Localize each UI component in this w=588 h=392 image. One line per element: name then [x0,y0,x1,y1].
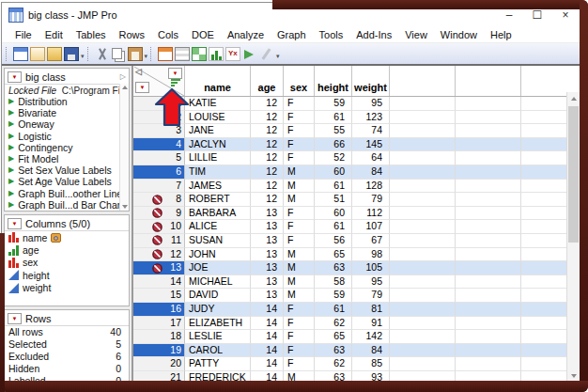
cell-age[interactable]: 12 [251,124,284,138]
col-header-empty[interactable] [390,66,456,96]
cell-sex[interactable]: F [284,97,315,111]
row-number-cell[interactable]: 15 [133,289,185,303]
cell-weight[interactable]: 84 [352,344,390,358]
table-row[interactable]: 6 TIM 12 M 60 84 [133,165,580,180]
menu-item-graph[interactable]: Graph [271,28,313,41]
cell-height[interactable]: 66 [315,138,352,152]
cell-height[interactable]: 51 [315,193,352,207]
cell-empty[interactable] [390,289,456,303]
menu-item-cols[interactable]: Cols [151,28,185,41]
columns-red-triangle-icon[interactable]: ▼ [168,68,182,79]
cell-height[interactable]: 61 [315,220,352,234]
cell-name[interactable]: MICHAEL [185,275,251,290]
cell-name[interactable]: JANE [185,124,251,138]
col-header-sex[interactable]: sex [284,66,315,96]
script-item[interactable]: ▶ Graph Buil...d Bar Charts [5,199,129,211]
cell-weight[interactable]: 64 [352,151,390,165]
cell-name[interactable]: ELIZABETH [185,317,251,331]
row-number-cell[interactable]: 10 [133,220,185,234]
column-item-height[interactable]: height [5,269,129,281]
col-header-weight[interactable]: weight [352,66,390,96]
cell-weight[interactable]: 145 [352,138,390,152]
table-row[interactable]: 1 KATIE 12 F 59 95 [133,97,580,111]
cell-weight[interactable]: 142 [352,330,390,344]
cell-height[interactable]: 60 [315,207,352,221]
cell-name[interactable]: LILLIE [185,151,251,165]
cell-name[interactable]: DAVID [185,289,251,303]
cell-sex[interactable]: F [284,138,315,152]
cell-age[interactable]: 12 [251,97,284,111]
cell-name[interactable]: KATIE [185,97,251,111]
rows-red-triangle-menu[interactable]: ▼ [8,313,22,324]
cell-empty[interactable] [456,275,521,290]
cell-empty[interactable] [390,220,456,234]
cell-weight[interactable]: 81 [352,303,390,317]
data-table-icon[interactable] [158,47,173,61]
table-row[interactable]: 16 JUDY 14 F 61 81 [133,303,580,317]
cell-empty[interactable] [456,111,521,125]
cell-sex[interactable]: F [284,124,315,138]
row-number-cell[interactable]: 8 [133,193,185,207]
col-header-empty[interactable] [456,66,521,96]
cell-name[interactable]: SUSAN [185,234,251,248]
open-icon[interactable] [47,47,62,61]
cell-empty[interactable] [456,261,521,275]
cell-weight[interactable]: 79 [352,289,390,303]
hide-sidebar-icon[interactable]: ◁ [135,67,142,76]
annotate-icon[interactable] [259,47,274,61]
row-number-cell[interactable]: 19 [133,344,185,358]
cell-empty[interactable] [390,165,456,180]
row-number-cell[interactable]: 16 [133,303,185,317]
menu-item-help[interactable]: Help [484,28,518,41]
cell-empty[interactable] [456,234,521,248]
cell-age[interactable]: 13 [251,275,284,290]
table-row[interactable]: 5 LILLIE 12 F 52 64 [133,151,580,165]
cell-name[interactable]: ROBERT [185,193,251,207]
cell-height[interactable]: 61 [315,111,352,125]
cell-sex[interactable]: F [284,234,315,248]
table-row[interactable]: 14 MICHAEL 13 M 58 95 [133,275,580,290]
cell-empty[interactable] [390,317,456,331]
script-item[interactable]: ▶ Graph Buil...oother Line [5,188,129,199]
fit-y-by-x-icon[interactable] [225,47,240,61]
cell-empty[interactable] [390,111,456,125]
cell-empty[interactable] [390,357,456,371]
cell-empty[interactable] [390,275,456,290]
cell-age[interactable]: 13 [251,207,284,221]
menu-item-view[interactable]: View [398,28,434,41]
cell-name[interactable]: ALICE [185,220,251,234]
cell-empty[interactable] [456,138,521,152]
cell-empty[interactable] [456,193,521,207]
cell-empty[interactable] [456,220,521,234]
cell-age[interactable]: 13 [251,261,284,275]
cell-empty[interactable] [390,124,456,138]
cell-age[interactable]: 12 [251,151,284,165]
cell-empty[interactable] [390,180,456,194]
script-item[interactable]: ▶ Set Sex Value Labels [5,165,129,176]
cell-sex[interactable]: F [284,317,315,331]
cell-empty[interactable] [390,97,456,111]
script-item[interactable]: ▶ Graph Builder Line Chart [5,211,129,212]
cell-height[interactable]: 61 [315,303,352,317]
cell-weight[interactable]: 91 [352,317,390,331]
row-number-cell[interactable]: 7 [133,180,185,194]
cell-empty[interactable] [456,151,521,165]
table-row[interactable]: 7 JAMES 12 M 61 128 [133,180,580,194]
table-row[interactable]: 8 ROBERT 12 M 51 79 [133,193,580,207]
cell-height[interactable]: 60 [315,165,352,180]
cell-height[interactable]: 65 [315,330,352,344]
cell-age[interactable]: 13 [251,220,284,234]
cell-weight[interactable]: 105 [352,261,390,275]
scroll-down-icon[interactable] [122,205,128,209]
toolbar-overflow-icon[interactable]: ▾ [145,53,148,60]
save-icon[interactable] [64,47,79,61]
cell-name[interactable]: CAROL [185,344,251,358]
row-number-cell[interactable]: 17 [133,317,185,331]
row-number-cell[interactable]: 5 [133,151,185,165]
cell-sex[interactable]: F [284,344,315,358]
copy-icon[interactable] [112,48,122,59]
toolbar-overflow-icon[interactable]: ▾ [276,53,280,60]
col-header-age[interactable]: age [251,66,284,96]
toolbar-overflow-icon[interactable]: ▾ [81,53,85,60]
cell-sex[interactable]: M [284,248,315,262]
